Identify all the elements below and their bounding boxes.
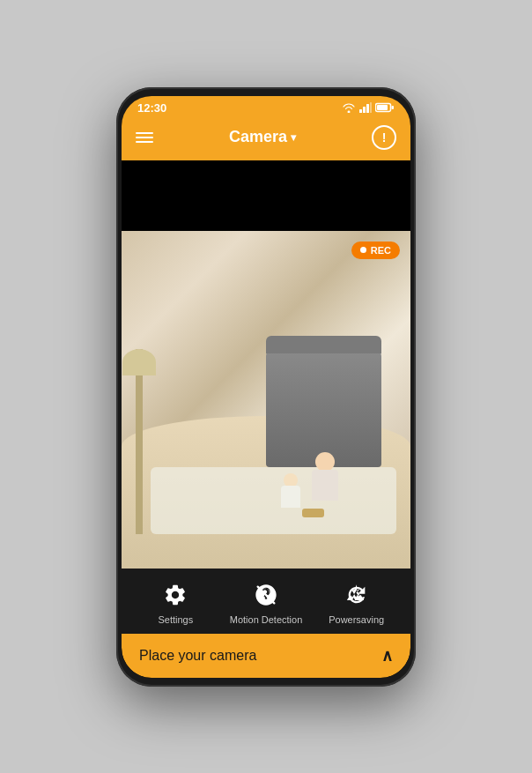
svg-rect-5 — [392, 106, 395, 109]
status-time: 12:30 — [137, 101, 166, 115]
scene-person — [312, 452, 338, 501]
status-bar: 12:30 — [122, 96, 410, 118]
info-button[interactable]: ! — [372, 125, 396, 150]
camera-area: REC — [122, 160, 410, 569]
toolbar-item-motion-detection[interactable]: Motion Detection — [221, 581, 312, 625]
signal-icon — [359, 102, 372, 113]
motion-detection-icon — [252, 581, 280, 609]
toolbar-item-settings[interactable]: Settings — [130, 581, 221, 625]
powersaving-icon — [343, 581, 371, 609]
rec-label: REC — [371, 245, 391, 256]
person-head — [315, 452, 335, 472]
settings-label: Settings — [158, 614, 193, 625]
phone-screen: 12:30 — [122, 96, 410, 678]
scene-carpet — [151, 467, 396, 535]
camera-feed: REC — [122, 231, 410, 569]
battery-icon — [375, 102, 395, 113]
bottom-cta-text: Place your camera — [139, 648, 256, 664]
bottom-cta[interactable]: Place your camera ∧ — [122, 634, 410, 678]
person-body — [312, 470, 338, 501]
black-top-area — [122, 160, 410, 231]
status-icons — [342, 102, 395, 113]
phone-frame: 12:30 — [116, 87, 416, 687]
rec-badge: REC — [351, 242, 400, 259]
bottom-toolbar: Settings Motion Detection — [122, 569, 410, 634]
scene-sofa — [266, 349, 381, 467]
toolbar-item-powersaving[interactable]: Powersaving — [311, 581, 402, 625]
svg-rect-6 — [377, 105, 388, 110]
camera-dropdown-chevron[interactable]: ▾ — [291, 131, 296, 144]
nav-title: Camera ▾ — [229, 128, 296, 146]
wifi-icon — [342, 102, 356, 113]
nav-bar: Camera ▾ ! — [122, 118, 410, 160]
bottom-cta-arrow: ∧ — [381, 646, 393, 665]
scene-toy — [302, 509, 324, 517]
rec-dot — [360, 247, 366, 253]
powersaving-label: Powersaving — [329, 614, 384, 625]
child-body — [281, 486, 300, 508]
scene-child — [281, 473, 300, 508]
svg-rect-1 — [363, 107, 366, 113]
settings-icon — [161, 581, 189, 609]
scene-lamp — [136, 349, 143, 535]
svg-rect-0 — [359, 109, 362, 113]
hamburger-button[interactable] — [136, 132, 153, 143]
svg-rect-2 — [366, 104, 369, 113]
motion-detection-label: Motion Detection — [230, 614, 303, 625]
svg-rect-3 — [370, 102, 372, 113]
